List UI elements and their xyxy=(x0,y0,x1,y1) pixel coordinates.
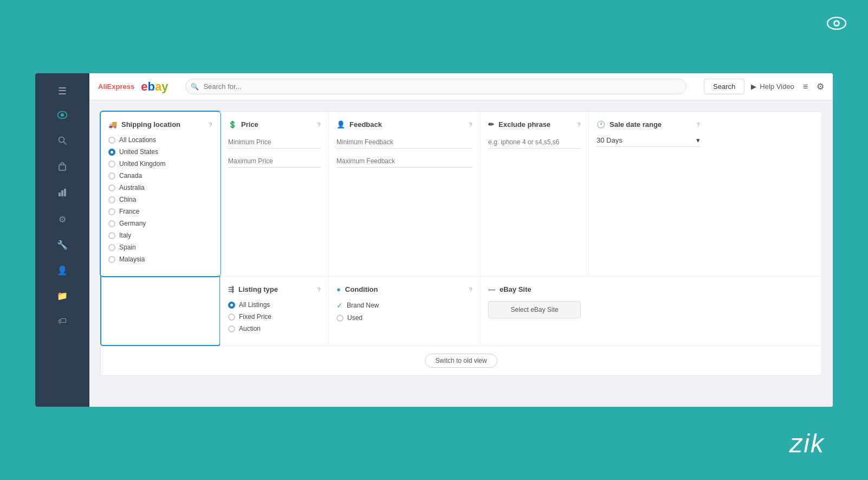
shipping-option[interactable]: Spain xyxy=(108,244,212,251)
help-video-label: Help Video xyxy=(760,82,794,91)
listing-type-options: All ListingsFixed PriceAuction xyxy=(228,301,321,332)
feedback-icon: 👤 xyxy=(336,120,345,129)
clock-icon: 🕐 xyxy=(597,120,605,129)
sidebar: ☰ ⚙ 🔧 👤 xyxy=(35,73,89,407)
sale-date-section: 🕐 Sale date range ? 30 Days ▾ xyxy=(588,112,708,276)
shipping-option[interactable]: Italy xyxy=(108,232,212,239)
radio-circle xyxy=(228,302,235,309)
exclude-header: ✏ Exclude phrase ? xyxy=(488,120,581,129)
price-header: 💲 Price ? xyxy=(228,120,321,129)
condition-title: Condition xyxy=(345,285,378,293)
bottom-shipping-placeholder xyxy=(100,276,221,346)
listing-type-option[interactable]: All Listings xyxy=(228,301,321,309)
aliexpress-logo[interactable]: AliExpress xyxy=(98,82,134,91)
radio-circle xyxy=(108,184,115,191)
help-video-button[interactable]: ▶ Help Video xyxy=(751,82,794,91)
condition-header: ● Condition ? xyxy=(336,285,472,293)
condition-option[interactable]: Used xyxy=(336,314,472,322)
list-icon[interactable]: ≡ xyxy=(803,82,808,92)
listing-type-header: ⇶ Listing type ? xyxy=(228,285,321,293)
switch-view-row: Switch to old view xyxy=(101,345,821,375)
switch-old-view-button[interactable]: Switch to old view xyxy=(425,354,497,368)
radio-circle xyxy=(108,161,115,168)
sidebar-icon-chart[interactable] xyxy=(35,181,89,207)
exclude-info-icon[interactable]: ? xyxy=(577,121,581,128)
sidebar-icon-tools[interactable]: 🔧 xyxy=(35,232,89,258)
sidebar-icon-user[interactable]: 👤 xyxy=(35,258,89,283)
radio-circle xyxy=(336,315,344,322)
radio-circle xyxy=(108,196,115,203)
ebay-logo[interactable]: ebay xyxy=(141,80,168,94)
price-section: 💲 Price ? xyxy=(220,112,328,276)
share-icon: ⇶ xyxy=(228,285,234,293)
condition-info-icon[interactable]: ? xyxy=(469,286,472,293)
eye-icon xyxy=(827,16,846,34)
sidebar-icon-bag[interactable] xyxy=(35,155,89,181)
shipping-info-icon[interactable]: ? xyxy=(209,121,212,128)
shipping-option[interactable]: Australia xyxy=(108,184,212,191)
shipping-options: All LocationsUnited StatesUnited Kingdom… xyxy=(108,136,212,263)
price-info-icon[interactable]: ? xyxy=(317,121,321,128)
shipping-option[interactable]: China xyxy=(108,196,212,203)
filter-top-row: 🚚 Shipping location ? All LocationsUnite… xyxy=(101,112,821,276)
shipping-header: 🚚 Shipping location ? xyxy=(108,120,212,129)
radio-circle xyxy=(108,208,115,215)
sidebar-icon-search[interactable] xyxy=(35,129,89,155)
shipping-option[interactable]: United States xyxy=(108,148,212,156)
filter-bottom-row: ⇶ Listing type ? All ListingsFixed Price… xyxy=(101,276,821,345)
sidebar-icon-badge[interactable]: 🏷 xyxy=(35,309,89,334)
shipping-option[interactable]: Germany xyxy=(108,220,212,227)
search-button[interactable]: Search xyxy=(704,79,744,94)
listing-type-info-icon[interactable]: ? xyxy=(317,286,321,293)
gear-icon[interactable]: ⚙ xyxy=(817,81,824,92)
chevron-down-icon: ▾ xyxy=(696,136,700,144)
sale-date-dropdown[interactable]: 30 Days ▾ xyxy=(597,136,700,147)
sale-date-header: 🕐 Sale date range ? xyxy=(597,120,700,129)
play-icon: ▶ xyxy=(751,82,756,91)
search-input[interactable] xyxy=(185,79,686,94)
listing-type-option[interactable]: Fixed Price xyxy=(228,313,321,321)
shipping-title: Shipping location xyxy=(121,120,180,129)
exclude-section: ✏ Exclude phrase ? xyxy=(480,112,588,276)
svg-rect-10 xyxy=(64,189,66,196)
sidebar-menu-icon[interactable]: ☰ xyxy=(35,79,89,104)
shipping-option[interactable]: All Locations xyxy=(108,136,212,144)
radio-circle xyxy=(108,172,115,180)
shipping-option[interactable]: United Kingdom xyxy=(108,160,212,168)
shipping-option[interactable]: Canada xyxy=(108,172,212,180)
max-price-input[interactable] xyxy=(228,155,321,168)
ebay-site-section: — eBay Site Select eBay Site xyxy=(480,277,588,345)
min-price-input[interactable] xyxy=(228,136,321,149)
sidebar-icon-folder[interactable]: 📁 xyxy=(35,283,89,309)
radio-circle xyxy=(108,220,115,227)
shipping-section: 🚚 Shipping location ? All LocationsUnite… xyxy=(100,111,221,277)
search-bar: 🔍 xyxy=(185,79,686,94)
condition-icon: ● xyxy=(336,285,341,293)
max-feedback-input[interactable] xyxy=(336,155,472,168)
sale-date-title: Sale date range xyxy=(610,120,662,129)
exclude-input[interactable] xyxy=(488,136,581,149)
svg-point-4 xyxy=(61,113,64,117)
condition-options: ✓Brand NewUsed xyxy=(336,301,472,322)
sidebar-icon-eye[interactable] xyxy=(35,104,89,129)
min-feedback-input[interactable] xyxy=(336,136,472,149)
sale-date-info-icon[interactable]: ? xyxy=(696,121,700,128)
ebay-site-header: — eBay Site xyxy=(488,285,581,293)
ebay-site-title: eBay Site xyxy=(500,285,532,293)
radio-circle xyxy=(108,137,115,144)
feedback-title: Feedback xyxy=(349,120,382,129)
ebay-site-icon: — xyxy=(488,285,495,293)
listing-type-title: Listing type xyxy=(238,285,278,293)
shipping-option[interactable]: France xyxy=(108,208,212,215)
shipping-option[interactable]: Malaysia xyxy=(108,255,212,263)
svg-point-2 xyxy=(835,22,838,25)
sidebar-icon-settings[interactable]: ⚙ xyxy=(35,207,89,232)
listing-type-option[interactable]: Auction xyxy=(228,325,321,332)
filter-panel: 🚚 Shipping location ? All LocationsUnite… xyxy=(100,111,822,376)
svg-line-6 xyxy=(64,142,67,145)
price-title: Price xyxy=(241,120,258,129)
feedback-info-icon[interactable]: ? xyxy=(469,121,472,128)
ebay-site-select-button[interactable]: Select eBay Site xyxy=(488,301,581,318)
svg-rect-9 xyxy=(61,190,63,196)
condition-option[interactable]: ✓Brand New xyxy=(336,301,472,310)
